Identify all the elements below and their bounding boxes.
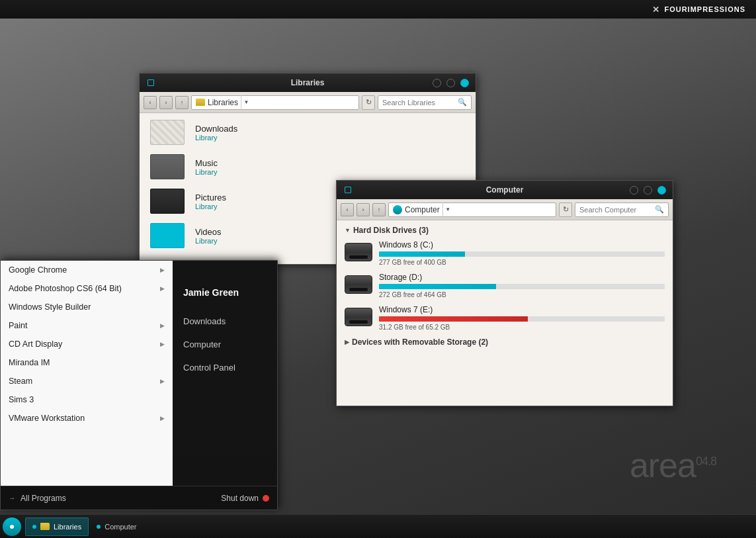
taskbar-libraries[interactable]: Libraries xyxy=(25,517,89,536)
computer-title: Computer xyxy=(486,185,524,195)
computer-win-icon xyxy=(343,185,353,195)
shutdown-button[interactable]: Shut down xyxy=(221,494,269,503)
menu-item-miranda[interactable]: Miranda IM xyxy=(1,353,173,372)
start-menu-left: Google Chrome ▶ Adobe Photoshop CS6 (64 … xyxy=(1,261,173,486)
disk-icon-e xyxy=(345,308,372,329)
computer-win-close[interactable] xyxy=(657,186,666,195)
disk-icon-c xyxy=(345,243,372,264)
right-link-downloads[interactable]: Downloads xyxy=(183,316,267,326)
all-programs[interactable]: → All Programs xyxy=(9,494,66,503)
computer-titlebar[interactable]: Computer xyxy=(337,181,673,199)
all-programs-label: All Programs xyxy=(21,494,66,503)
computer-address-text: Computer xyxy=(405,205,440,214)
computer-window: Computer ‹ › ↑ Computer ▼ ↻ 🔍 ▼ Hard Dis… xyxy=(336,180,673,406)
computer-address-dropdown[interactable]: ▼ xyxy=(442,202,452,217)
taskbar-libraries-label: Libraries xyxy=(54,523,81,531)
nav-back[interactable]: ‹ xyxy=(144,96,157,109)
win-close[interactable] xyxy=(460,79,469,87)
menu-item-photoshop[interactable]: Adobe Photoshop CS6 (64 Bit) ▶ xyxy=(1,279,173,298)
brand-name: FOURIMPRESSIONS xyxy=(664,5,745,13)
disk-item-e[interactable]: Windows 7 (E:) 31.2 GB free of 65.2 GB xyxy=(345,305,665,331)
nav-forward[interactable]: › xyxy=(159,96,173,109)
menu-item-vmware-label: VMware Workstation xyxy=(9,414,85,423)
menu-item-photoshop-label: Adobe Photoshop CS6 (64 Bit) xyxy=(9,284,122,293)
removable-label: Devices with Removable Storage (2) xyxy=(352,337,488,347)
libraries-titlebar[interactable]: Libraries xyxy=(140,73,476,92)
disk-bar-d xyxy=(379,284,665,289)
library-type: Library xyxy=(195,168,218,176)
disk-name-c: Windows 8 (C:) xyxy=(379,240,665,249)
computer-nav-back[interactable]: ‹ xyxy=(341,203,354,216)
disk-info-d: Storage (D:) 272 GB free of 464 GB xyxy=(379,273,665,298)
disk-info-e: Windows 7 (E:) 31.2 GB free of 65.2 GB xyxy=(379,305,665,331)
disk-fill-c xyxy=(379,251,465,257)
menu-item-chrome[interactable]: Google Chrome ▶ xyxy=(1,261,173,279)
search-icon: 🔍 xyxy=(458,98,467,107)
search-bar-libraries[interactable]: 🔍 xyxy=(378,95,472,110)
menu-item-vmware-arrow: ▶ xyxy=(160,415,165,422)
top-bar: ✕ FOURIMPRESSIONS xyxy=(0,0,756,19)
computer-refresh-btn[interactable]: ↻ xyxy=(559,202,572,217)
disk-item-d[interactable]: Storage (D:) 272 GB free of 464 GB xyxy=(345,273,665,298)
taskbar-start-button[interactable] xyxy=(3,517,21,536)
hard-disks-toggle[interactable]: ▼ xyxy=(345,227,351,234)
address-text: Libraries xyxy=(208,98,238,107)
disk-item-c[interactable]: Windows 8 (C:) 277 GB free of 400 GB xyxy=(345,240,665,266)
libraries-title: Libraries xyxy=(291,78,325,87)
win-minimize[interactable] xyxy=(433,79,441,87)
computer-win-maximize[interactable] xyxy=(644,186,652,195)
menu-item-vmware[interactable]: VMware Workstation ▶ xyxy=(1,409,173,427)
library-type: Library xyxy=(195,202,226,210)
disk-fill-e xyxy=(379,316,528,322)
taskbar-computer[interactable]: Computer xyxy=(90,517,143,536)
win-maximize[interactable] xyxy=(446,79,455,87)
library-info-pictures: Pictures Library xyxy=(195,193,226,210)
library-thumb-downloads xyxy=(150,120,185,145)
library-name: Pictures xyxy=(195,193,226,202)
library-info-videos: Videos Library xyxy=(195,227,222,245)
disk-fill-d xyxy=(379,284,496,289)
right-link-computer[interactable]: Computer xyxy=(183,339,267,349)
removable-header[interactable]: ▶ Devices with Removable Storage (2) xyxy=(345,337,665,347)
taskbar-folder-icon-libraries xyxy=(40,523,50,530)
right-link-control[interactable]: Control Panel xyxy=(183,363,267,373)
library-item-music[interactable]: Music Library xyxy=(150,154,465,179)
disk-shape-c xyxy=(345,243,372,261)
menu-item-cdart[interactable]: CD Art Display ▶ xyxy=(1,335,173,353)
search-bar-computer[interactable]: 🔍 xyxy=(575,202,669,217)
refresh-btn[interactable]: ↻ xyxy=(362,95,375,110)
menu-item-paint[interactable]: Paint ▶ xyxy=(1,316,173,335)
library-name: Videos xyxy=(195,227,222,237)
right-link-user[interactable]: Jamie Green xyxy=(183,287,267,298)
library-item-downloads[interactable]: Downloads Library xyxy=(150,120,465,145)
disk-name-e: Windows 7 (E:) xyxy=(379,305,665,314)
start-menu-body: Google Chrome ▶ Adobe Photoshop CS6 (64 … xyxy=(1,261,277,486)
nav-up[interactable]: ↑ xyxy=(175,96,189,109)
computer-nav-forward[interactable]: › xyxy=(357,203,370,216)
address-dropdown[interactable]: ▼ xyxy=(241,95,250,110)
disk-free-e: 31.2 GB free of 65.2 GB xyxy=(379,324,665,331)
menu-item-wstyle[interactable]: Windows Style Builder xyxy=(1,298,173,316)
search-input-computer[interactable] xyxy=(579,206,652,214)
disk-shape-d xyxy=(345,275,372,294)
disk-bar-c xyxy=(379,251,665,257)
computer-win-minimize[interactable] xyxy=(630,186,638,195)
disk-bar-e xyxy=(379,316,665,322)
library-thumb-pictures xyxy=(150,189,185,214)
disk-name-d: Storage (D:) xyxy=(379,273,665,282)
address-bar-libraries[interactable]: Libraries ▼ xyxy=(191,95,359,110)
area-version: 04.8 xyxy=(696,455,716,468)
menu-item-sims3[interactable]: Sims 3 xyxy=(1,390,173,409)
shutdown-dot xyxy=(263,495,269,502)
library-type: Library xyxy=(195,237,222,245)
menu-item-steam-label: Steam xyxy=(9,377,32,386)
computer-address-icon xyxy=(393,205,402,214)
menu-item-chrome-arrow: ▶ xyxy=(160,267,165,273)
start-menu-right: Jamie Green Downloads Computer Control P… xyxy=(173,261,277,486)
computer-nav-up[interactable]: ↑ xyxy=(372,203,386,216)
address-bar-computer[interactable]: Computer ▼ xyxy=(388,202,556,217)
menu-item-steam[interactable]: Steam ▶ xyxy=(1,372,173,390)
search-input-libraries[interactable] xyxy=(382,99,455,107)
disk-free-c: 277 GB free of 400 GB xyxy=(379,259,665,266)
libraries-win-icon xyxy=(146,78,155,87)
